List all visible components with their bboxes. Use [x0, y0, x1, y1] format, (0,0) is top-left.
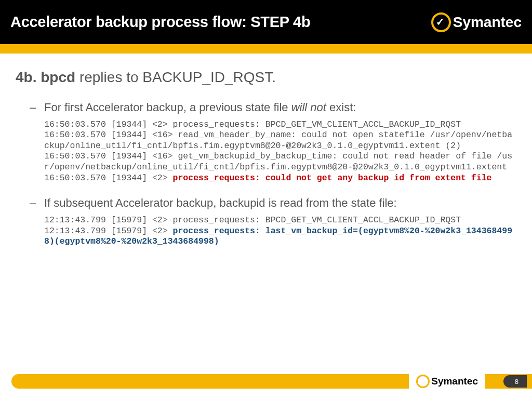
bullet1-post: exist: [326, 101, 356, 114]
accent-bar [0, 44, 532, 54]
log-subsequent-backup: 12:13:43.799 [15979] <2> process_request… [44, 215, 516, 247]
slide-content: 4b. bpcd replies to BACKUP_ID_RQST. For … [0, 54, 532, 247]
heading-bold: 4b. bpcd [16, 69, 75, 85]
log-first-backup: 16:50:03.570 [19344] <2> process_request… [44, 119, 516, 184]
slide-footer: ✓ Symantec 8 [0, 374, 532, 389]
check-circle-icon: ✓ [431, 12, 451, 32]
check-circle-icon: ✓ [416, 375, 430, 388]
step-heading: 4b. bpcd replies to BACKUP_ID_RQST. [16, 69, 516, 86]
bullet1-italic: will not [291, 101, 326, 114]
brand-name-footer: Symantec [431, 376, 478, 387]
bullet2-text: If subsequent Accelerator backup, backup… [44, 196, 397, 209]
bullet-first-backup: For first Accelerator backup, a previous… [44, 100, 516, 115]
slide-title: Accelerator backup process flow: STEP 4b [10, 14, 310, 31]
footer-accent-bar: ✓ Symantec 8 [11, 374, 532, 389]
slide-header: Accelerator backup process flow: STEP 4b… [0, 0, 532, 44]
bullet-subsequent-backup: If subsequent Accelerator backup, backup… [44, 196, 516, 211]
page-number: 8 [503, 375, 527, 388]
brand-logo-header: ✓ Symantec [431, 12, 522, 32]
heading-rest: replies to BACKUP_ID_RQST. [75, 69, 276, 85]
log1-error: process_requests: could not get any back… [173, 173, 492, 183]
bullet1-pre: For first Accelerator backup, a previous… [44, 101, 291, 114]
brand-name: Symantec [453, 14, 522, 31]
brand-logo-footer: ✓ Symantec [409, 374, 485, 389]
